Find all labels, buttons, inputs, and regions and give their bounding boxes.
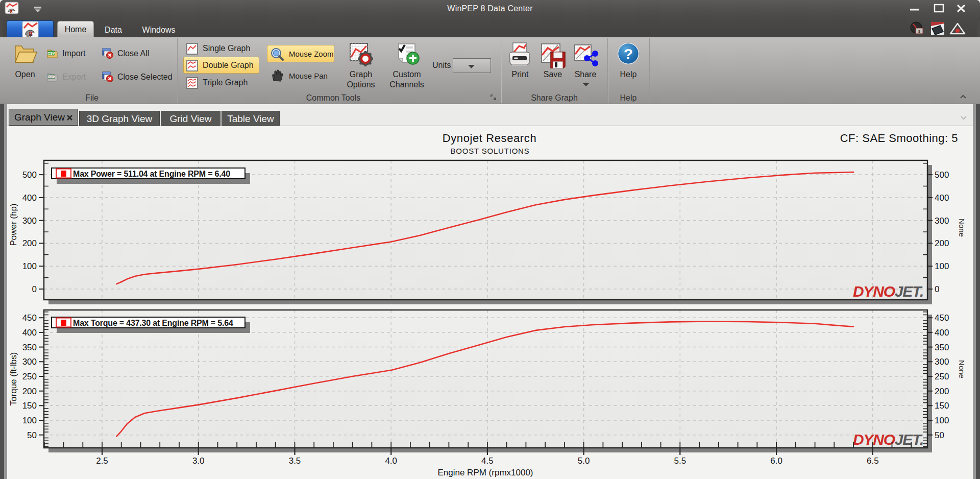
svg-text:450: 450 [935, 313, 949, 323]
svg-text:5.0: 5.0 [578, 456, 590, 466]
svg-text:200: 200 [935, 387, 949, 396]
svg-text:Torque (ft-lbs): Torque (ft-lbs) [9, 352, 18, 406]
svg-text:250: 250 [22, 372, 37, 381]
svg-text:400: 400 [22, 328, 37, 338]
svg-text:Engine RPM (rpmx1000): Engine RPM (rpmx1000) [437, 468, 533, 477]
svg-text:100: 100 [22, 416, 37, 425]
svg-text:Power (hp): Power (hp) [9, 203, 18, 246]
svg-text:6.5: 6.5 [867, 456, 879, 466]
svg-text:0: 0 [935, 284, 939, 294]
svg-text:2.5: 2.5 [96, 456, 108, 466]
svg-text:6.0: 6.0 [770, 456, 782, 466]
svg-text:350: 350 [935, 343, 949, 352]
svg-text:150: 150 [935, 401, 949, 411]
svg-text:None: None [958, 360, 966, 378]
svg-text:300: 300 [22, 216, 37, 226]
svg-text:50: 50 [27, 430, 37, 440]
svg-text:3.5: 3.5 [289, 456, 301, 466]
svg-text:100: 100 [935, 416, 949, 425]
svg-text:BOOST SOLUTIONS: BOOST SOLUTIONS [450, 147, 529, 155]
svg-text:Max Torque = 437.30 at Engine: Max Torque = 437.30 at Engine RPM = 5.64 [73, 319, 233, 327]
svg-text:100: 100 [935, 261, 949, 271]
svg-text:400: 400 [935, 193, 949, 203]
svg-text:Max Power = 511.04 at Engine R: Max Power = 511.04 at Engine RPM = 6.40 [73, 170, 230, 178]
svg-text:8: 8 [918, 29, 921, 34]
svg-text:Dynojet Research: Dynojet Research [443, 132, 536, 145]
svg-text:250: 250 [935, 372, 949, 381]
svg-text:350: 350 [22, 343, 37, 352]
svg-text:4.5: 4.5 [481, 456, 494, 466]
svg-text:0: 0 [32, 284, 37, 294]
svg-text:300: 300 [22, 357, 37, 367]
svg-text:200: 200 [22, 387, 37, 396]
svg-text:400: 400 [22, 193, 37, 203]
svg-text:DYNOJET.: DYNOJET. [853, 431, 923, 448]
svg-text:5.5: 5.5 [674, 456, 686, 466]
svg-text:400: 400 [935, 328, 949, 338]
svg-text:CF: SAE Smoothing: 5: CF: SAE Smoothing: 5 [840, 132, 958, 145]
svg-text:500: 500 [22, 170, 37, 180]
svg-text:500: 500 [935, 170, 949, 180]
svg-text:150: 150 [22, 401, 37, 411]
svg-text:CSV: CSV [47, 75, 55, 79]
svg-text:4.0: 4.0 [385, 456, 397, 466]
svg-text:None: None [958, 219, 966, 237]
svg-text:CSV: CSV [47, 52, 55, 55]
svg-text:300: 300 [935, 216, 949, 226]
svg-text:300: 300 [935, 357, 949, 367]
svg-text:200: 200 [22, 238, 37, 248]
svg-text:DYNOJET.: DYNOJET. [853, 283, 923, 300]
svg-text:?: ? [624, 45, 633, 62]
svg-text:200: 200 [935, 238, 949, 248]
svg-text:50: 50 [935, 430, 944, 440]
svg-text:3.0: 3.0 [192, 456, 205, 466]
svg-text:100: 100 [22, 261, 37, 271]
svg-text:450: 450 [22, 313, 37, 323]
